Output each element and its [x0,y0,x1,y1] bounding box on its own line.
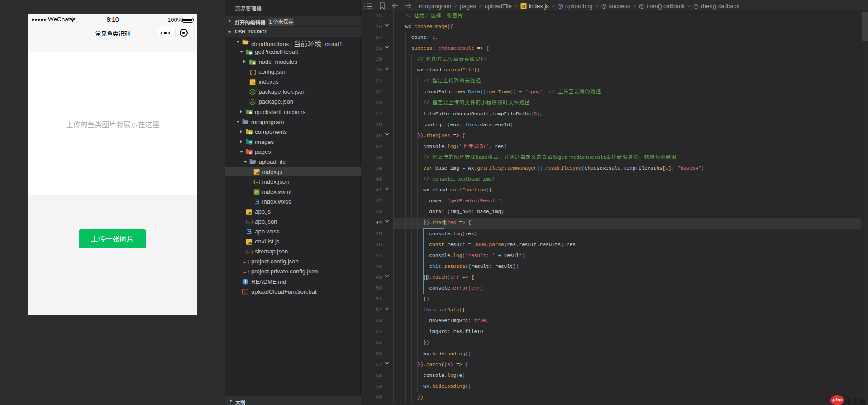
svg-text:JS: JS [248,241,253,244]
svg-text:}: } [254,69,256,75]
svg-text:{: { [253,179,256,185]
svg-text:}: } [258,179,260,185]
svg-text:{: { [245,219,248,225]
svg-text:>_: >_ [243,291,247,294]
svg-text:}: } [247,259,249,265]
svg-text:JS: JS [256,171,260,174]
svg-text:}: } [250,249,253,255]
svg-text:}: } [247,269,249,275]
svg-text:<>: <> [254,191,259,194]
svg-text:JS: JS [251,100,254,103]
svg-text:JS: JS [252,81,256,85]
svg-text:{: { [249,69,252,75]
svg-text:}: } [250,219,253,225]
svg-text:{: { [242,269,245,275]
svg-text:JS: JS [251,91,254,93]
svg-text:{: { [242,259,245,265]
svg-text:{: { [245,249,248,255]
svg-text:JS: JS [248,211,253,214]
